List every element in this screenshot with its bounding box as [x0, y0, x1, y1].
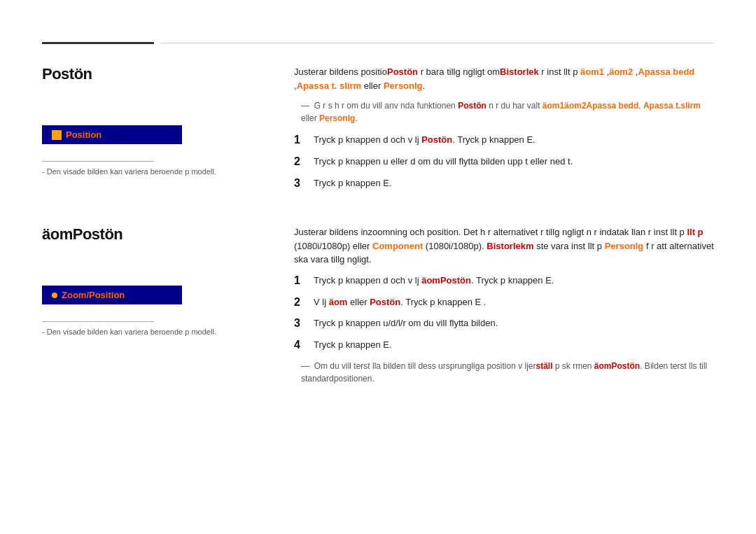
zoom-divider [42, 321, 154, 322]
zoom-step-num-1: 1 [294, 274, 314, 288]
zoom-step-1: 1 Tryck p knappen d och v lj äomPostön. … [294, 274, 714, 288]
zoom-step-num-4: 4 [294, 338, 314, 353]
step-text-1: Tryck p knappen d och v lj Postön. Tryck… [314, 133, 536, 147]
zoom-description: Justerar bildens inzoomning och position… [294, 225, 714, 267]
zoomposition-icon [52, 293, 57, 298]
step-num-3: 3 [294, 176, 314, 191]
position-description: Justerar bildens positioPostön r bara ti… [294, 65, 714, 92]
zoom-step-text-4: Tryck p knappen E. [314, 338, 392, 352]
step-text-3: Tryck p knappen E. [314, 176, 392, 190]
zoom-restore-note: Om du vill terst lla bilden till dess ur… [294, 360, 714, 385]
position-note: G r s h r om du vill anv nda funktionen … [294, 99, 714, 125]
top-line-dark [42, 42, 154, 44]
zoom-step-num-3: 3 [294, 316, 314, 331]
step-num-2: 2 [294, 155, 314, 169]
section-position: Postön Position Den visade bilden kan va… [42, 65, 714, 197]
section-zoom-title: äomPostön [42, 225, 266, 244]
position-step-2: 2 Tryck p knappen u eller d om du vill f… [294, 155, 714, 169]
zoom-steps: 1 Tryck p knappen d och v lj äomPostön. … [294, 274, 714, 353]
zoom-step-3: 3 Tryck p knappen u/d/l/r om du vill fly… [294, 316, 714, 331]
section-zoom-left: äomPostön Zoom/Position Den visade bilde… [42, 225, 294, 385]
top-lines [42, 42, 714, 44]
position-steps: 1 Tryck p knappen d och v lj Postön. Try… [294, 133, 714, 190]
step-text-2: Tryck p knappen u eller d om du vill fly… [314, 155, 573, 169]
position-button[interactable]: Position [42, 125, 182, 144]
position-icon [52, 130, 62, 140]
zoom-step-4: 4 Tryck p knappen E. [294, 338, 714, 353]
zoom-step-2: 2 V lj äom eller Postön. Tryck p knappen… [294, 295, 714, 310]
section-position-left: Postön Position Den visade bilden kan va… [42, 65, 294, 197]
page-container: Postön Position Den visade bilden kan va… [0, 0, 756, 534]
zoom-step-text-2: V lj äom eller Postön. Tryck p knappen E… [314, 295, 486, 309]
zoomposition-button[interactable]: Zoom/Position [42, 286, 182, 304]
section-position-title: Postön [42, 65, 266, 83]
zoom-step-num-2: 2 [294, 295, 314, 310]
section-zoomposition: äomPostön Zoom/Position Den visade bilde… [42, 225, 714, 385]
position-footnote: Den visade bilden kan variera beroende p… [42, 167, 266, 176]
section-position-right: Justerar bildens positioPostön r bara ti… [294, 65, 714, 197]
position-step-1: 1 Tryck p knappen d och v lj Postön. Try… [294, 133, 714, 148]
zoom-step-text-3: Tryck p knappen u/d/l/r om du vill flytt… [314, 316, 498, 330]
top-line-light [161, 43, 714, 43]
zoom-footnote: Den visade bilden kan variera beroende p… [42, 328, 266, 336]
step-num-1: 1 [294, 133, 314, 148]
position-step-3: 3 Tryck p knappen E. [294, 176, 714, 191]
zoomposition-button-label: Zoom/Position [62, 290, 125, 300]
section-zoom-right: Justerar bildens inzoomning och position… [294, 225, 714, 385]
zoom-step-text-1: Tryck p knappen d och v lj äomPostön. Tr… [314, 274, 554, 288]
position-divider [42, 161, 154, 162]
position-button-label: Position [66, 129, 102, 140]
